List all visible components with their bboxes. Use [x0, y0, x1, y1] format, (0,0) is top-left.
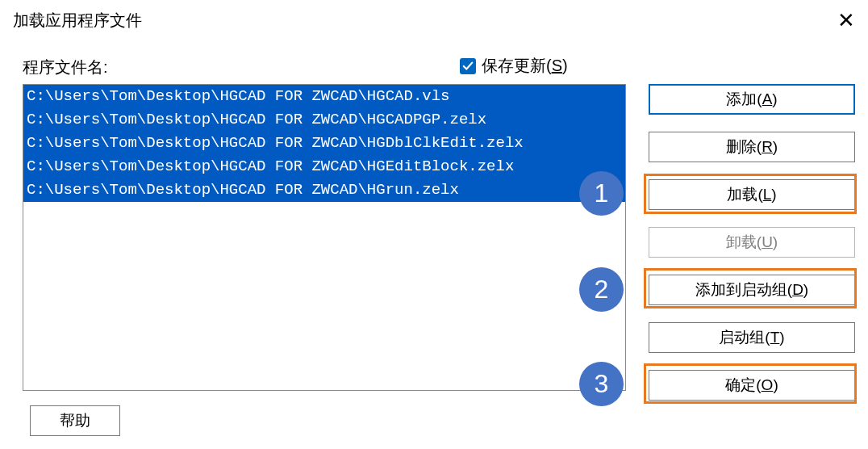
list-item[interactable]: C:\Users\Tom\Desktop\HGCAD FOR ZWCAD\HGr… [23, 178, 625, 202]
close-icon[interactable]: ✕ [837, 10, 855, 31]
load-button[interactable]: 加载(L) [649, 179, 855, 210]
list-item[interactable]: C:\Users\Tom\Desktop\HGCAD FOR ZWCAD\HGC… [23, 85, 625, 108]
add-button[interactable]: 添加(A) [649, 84, 855, 115]
ok-button[interactable]: 确定(O) [649, 370, 855, 401]
file-listbox[interactable]: C:\Users\Tom\Desktop\HGCAD FOR ZWCAD\HGC… [23, 84, 626, 391]
window-title: 加载应用程序文件 [13, 10, 142, 31]
unload-button: 卸载(U) [649, 227, 855, 258]
add-to-startup-button[interactable]: 添加到启动组(D) [649, 275, 855, 305]
startup-group-button[interactable]: 启动组(T) [649, 322, 855, 353]
button-column: 添加(A) 删除(R) 加载(L) 卸载(U) 添加到启动组(D) 启动组(T)… [649, 84, 855, 418]
list-item[interactable]: C:\Users\Tom\Desktop\HGCAD FOR ZWCAD\HGC… [23, 108, 625, 132]
help-button[interactable]: 帮助 [30, 405, 120, 436]
list-item[interactable]: C:\Users\Tom\Desktop\HGCAD FOR ZWCAD\HGE… [23, 155, 625, 178]
checkmark-icon [462, 61, 474, 72]
dialog-content: 程序文件名: 保存更新(S) C:\Users\Tom\Desktop\HGCA… [23, 57, 855, 436]
remove-button[interactable]: 删除(R) [649, 132, 855, 162]
save-updates-checkbox-group[interactable]: 保存更新(S) [460, 55, 568, 77]
file-list-label: 程序文件名: [23, 57, 108, 78]
title-bar: 加载应用程序文件 ✕ [0, 0, 868, 40]
save-updates-label[interactable]: 保存更新(S) [482, 55, 568, 77]
save-updates-checkbox[interactable] [460, 58, 476, 74]
list-item[interactable]: C:\Users\Tom\Desktop\HGCAD FOR ZWCAD\HGD… [23, 132, 625, 155]
